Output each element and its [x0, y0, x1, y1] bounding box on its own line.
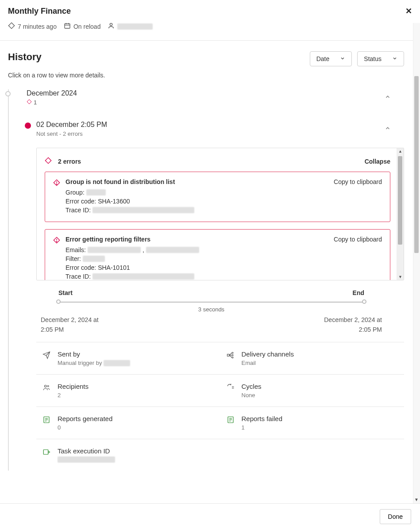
sent-by-user-redacted	[104, 360, 130, 366]
recipients-label: Recipients	[58, 383, 89, 390]
copy-to-clipboard-link[interactable]: Copy to clipboard	[334, 178, 382, 185]
reports-generated-value: 0	[58, 424, 112, 431]
error-item: Error getting reporting filters Emails: …	[45, 229, 390, 280]
task-execution-id-stat: Task execution ID	[36, 447, 220, 463]
reports-generated-label: Reports generated	[58, 415, 112, 422]
sent-by-label: Sent by	[58, 350, 130, 358]
error-diamond-icon	[27, 99, 32, 106]
month-group-label[interactable]: December 2024	[15, 89, 77, 97]
end-time: 2:05 PM	[302, 326, 382, 333]
error-code: Error code: SHA-13600	[66, 198, 328, 205]
reload-text: On reload	[73, 23, 100, 30]
reports-failed-stat: Reports failed 1	[220, 415, 405, 431]
svg-point-6	[56, 184, 57, 184]
start-dot	[56, 299, 61, 304]
svg-point-10	[232, 352, 233, 353]
error-emails-label: Emails:	[66, 246, 86, 253]
collapse-errors-link[interactable]: Collapse	[365, 158, 390, 165]
reports-generated-stat: Reports generated 0	[36, 415, 220, 431]
duration-section: Start End 3 seconds December 2, 2024 at …	[36, 289, 386, 333]
sent-by-stat: Sent by Manual trigger by	[36, 350, 220, 366]
error-diamond-icon	[45, 157, 52, 165]
done-button[interactable]: Done	[380, 509, 411, 524]
send-icon	[42, 350, 51, 366]
task-id-value-redacted	[58, 456, 115, 463]
cycles-icon	[227, 383, 235, 399]
end-dot	[362, 299, 366, 304]
error-title: Error getting reporting filters	[66, 236, 328, 243]
report-fail-icon	[227, 415, 235, 431]
calendar-icon	[64, 22, 71, 31]
reload-indicator: On reload	[64, 22, 100, 31]
error-filter-label: Filter:	[66, 255, 81, 262]
recipients-icon	[42, 383, 51, 399]
error-diamond-icon	[53, 178, 60, 188]
errors-scrollbar[interactable]: ▲ ▼	[397, 148, 404, 280]
svg-line-13	[229, 353, 232, 355]
recipients-value: 2	[58, 392, 89, 399]
svg-point-12	[232, 357, 233, 358]
month-dot	[5, 91, 11, 96]
duration-track	[58, 302, 364, 303]
error-code: Error code: SHA-10101	[66, 264, 328, 271]
scroll-up-arrow[interactable]: ▲	[398, 149, 402, 153]
recipients-stat: Recipients 2	[36, 383, 220, 399]
close-button[interactable]: ✕	[405, 6, 412, 16]
error-email-value-redacted	[146, 247, 199, 253]
task-id-icon	[42, 447, 51, 463]
month-collapse-toggle[interactable]	[385, 94, 391, 101]
svg-point-11	[232, 355, 233, 356]
run-details-card: 2 errors Collapse Group is not found in …	[36, 148, 404, 280]
error-group-value-redacted	[86, 189, 106, 196]
owner-indicator	[108, 22, 153, 31]
scroll-down-arrow[interactable]: ▼	[398, 275, 402, 279]
delivery-channels-value: Email	[242, 360, 294, 366]
chevron-down-icon	[340, 55, 345, 62]
page-title: Monthly Finance	[8, 7, 71, 16]
error-traceid-value-redacted	[92, 207, 194, 213]
error-diamond-icon	[53, 236, 60, 245]
end-date: December 2, 2024 at	[302, 316, 382, 323]
error-traceid-label: Trace ID:	[66, 273, 91, 280]
error-item: Group is not found in distribution list …	[45, 172, 390, 222]
history-subtitle: Click on a row to view more details.	[8, 72, 404, 79]
start-date: December 2, 2024 at	[41, 316, 120, 323]
end-label: End	[353, 289, 364, 296]
page-scrollbar-thumb[interactable]	[414, 76, 419, 253]
reports-failed-label: Reports failed	[242, 415, 283, 422]
delivery-channels-stat: Delivery channels Email	[220, 350, 405, 366]
svg-point-17	[47, 386, 49, 387]
run-timestamp[interactable]: 02 December 2:05 PM	[36, 121, 107, 129]
delivery-channels-label: Delivery channels	[242, 350, 294, 358]
error-title: Group is not found in distribution list	[66, 178, 328, 185]
scroll-down-arrow[interactable]: ▼	[414, 497, 419, 502]
status-dropdown-label: Status	[364, 55, 381, 62]
errors-scrollbar-thumb[interactable]	[398, 156, 402, 245]
time-ago: 7 minutes ago	[8, 22, 57, 31]
page-scrollbar[interactable]	[413, 23, 420, 503]
report-ok-icon	[42, 415, 51, 431]
copy-to-clipboard-link[interactable]: Copy to clipboard	[334, 236, 382, 243]
error-traceid-value-redacted	[92, 273, 194, 280]
error-filter-value-redacted	[83, 256, 105, 262]
run-status-dot	[25, 123, 31, 129]
svg-rect-28	[43, 450, 48, 455]
svg-point-4	[110, 23, 112, 26]
run-collapse-toggle[interactable]	[385, 125, 391, 133]
cycles-label: Cycles	[242, 383, 262, 390]
owner-name-redacted	[117, 23, 153, 30]
svg-line-15	[229, 355, 232, 357]
person-icon	[108, 22, 115, 31]
month-text: December 2024	[27, 89, 77, 97]
chevron-down-icon	[392, 55, 397, 62]
run-status-text: Not sent - 2 errors	[36, 130, 107, 137]
date-dropdown[interactable]: Date	[310, 51, 352, 66]
error-traceid-label: Trace ID:	[66, 207, 91, 214]
reports-failed-value: 1	[242, 424, 283, 431]
history-heading: History	[8, 51, 42, 63]
svg-rect-0	[65, 23, 70, 28]
start-label: Start	[58, 289, 73, 296]
status-dropdown[interactable]: Status	[357, 51, 404, 66]
svg-point-16	[45, 385, 47, 387]
month-error-count: 1	[34, 99, 37, 106]
